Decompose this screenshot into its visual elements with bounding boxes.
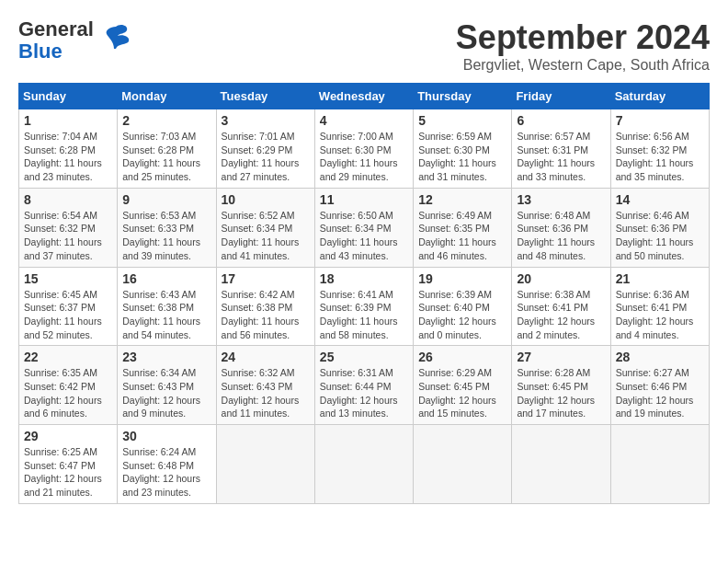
table-row: 26Sunrise: 6:29 AMSunset: 6:45 PMDayligh… [414,346,512,425]
table-row: 6Sunrise: 6:57 AMSunset: 6:31 PMDaylight… [512,109,610,189]
table-row: 10Sunrise: 6:52 AMSunset: 6:34 PMDayligh… [216,188,314,267]
table-row: 29Sunrise: 6:25 AMSunset: 6:47 PMDayligh… [19,425,118,504]
table-row: 17Sunrise: 6:42 AMSunset: 6:38 PMDayligh… [216,267,314,346]
table-row: 19Sunrise: 6:39 AMSunset: 6:40 PMDayligh… [414,267,512,346]
day-info: Sunrise: 6:52 AMSunset: 6:34 PMDaylight:… [222,209,310,263]
day-number: 9 [122,192,210,207]
day-number: 7 [616,113,704,128]
day-number: 4 [320,113,408,128]
day-number: 18 [320,271,408,286]
calendar-week-row: 8Sunrise: 6:54 AMSunset: 6:32 PMDaylight… [19,188,710,267]
month-title: September 2024 [456,18,710,57]
day-info: Sunrise: 6:53 AMSunset: 6:33 PMDaylight:… [122,209,210,263]
day-info: Sunrise: 6:31 AMSunset: 6:44 PMDaylight:… [320,366,408,420]
day-info: Sunrise: 6:36 AMSunset: 6:41 PMDaylight:… [616,288,704,342]
table-row [216,425,314,504]
calendar-week-row: 15Sunrise: 6:45 AMSunset: 6:37 PMDayligh… [19,267,710,346]
day-info: Sunrise: 6:59 AMSunset: 6:30 PMDaylight:… [418,130,506,184]
day-info: Sunrise: 6:35 AMSunset: 6:42 PMDaylight:… [24,366,112,420]
day-info: Sunrise: 6:54 AMSunset: 6:32 PMDaylight:… [24,209,112,263]
day-number: 10 [222,192,310,207]
table-row: 9Sunrise: 6:53 AMSunset: 6:33 PMDaylight… [118,188,216,267]
calendar-table: Sunday Monday Tuesday Wednesday Thursday… [18,83,710,504]
calendar-header-row: Sunday Monday Tuesday Wednesday Thursday… [19,84,710,109]
day-info: Sunrise: 6:34 AMSunset: 6:43 PMDaylight:… [122,366,210,420]
table-row: 11Sunrise: 6:50 AMSunset: 6:34 PMDayligh… [314,188,413,267]
table-row: 20Sunrise: 6:38 AMSunset: 6:41 PMDayligh… [512,267,610,346]
day-info: Sunrise: 6:32 AMSunset: 6:43 PMDaylight:… [222,366,310,420]
day-number: 17 [222,271,310,286]
col-thursday: Thursday [414,84,512,109]
table-row: 25Sunrise: 6:31 AMSunset: 6:44 PMDayligh… [314,346,413,425]
day-info: Sunrise: 6:28 AMSunset: 6:45 PMDaylight:… [517,366,605,420]
table-row: 13Sunrise: 6:48 AMSunset: 6:36 PMDayligh… [512,188,610,267]
table-row: 28Sunrise: 6:27 AMSunset: 6:46 PMDayligh… [610,346,709,425]
table-row: 27Sunrise: 6:28 AMSunset: 6:45 PMDayligh… [512,346,610,425]
day-number: 16 [122,271,210,286]
day-number: 20 [517,271,605,286]
day-info: Sunrise: 6:25 AMSunset: 6:47 PMDaylight:… [24,445,112,500]
day-info: Sunrise: 6:57 AMSunset: 6:31 PMDaylight:… [517,130,605,184]
logo-text-block: General Blue [18,18,94,63]
day-number: 28 [616,350,704,364]
table-row: 30Sunrise: 6:24 AMSunset: 6:48 PMDayligh… [118,425,216,504]
day-number: 25 [320,350,408,364]
day-number: 13 [517,192,605,207]
day-info: Sunrise: 7:00 AMSunset: 6:30 PMDaylight:… [320,130,408,184]
col-sunday: Sunday [19,84,118,109]
day-number: 5 [418,113,506,128]
day-number: 23 [122,350,210,364]
table-row: 18Sunrise: 6:41 AMSunset: 6:39 PMDayligh… [314,267,413,346]
logo-bird-icon [99,21,132,61]
day-info: Sunrise: 6:42 AMSunset: 6:38 PMDaylight:… [222,288,310,342]
table-row: 24Sunrise: 6:32 AMSunset: 6:43 PMDayligh… [216,346,314,425]
day-info: Sunrise: 6:56 AMSunset: 6:32 PMDaylight:… [616,130,704,184]
table-row: 15Sunrise: 6:45 AMSunset: 6:37 PMDayligh… [19,267,118,346]
table-row: 1Sunrise: 7:04 AMSunset: 6:28 PMDaylight… [19,109,118,189]
day-number: 21 [616,271,704,286]
table-row [414,425,512,504]
day-number: 26 [418,350,506,364]
table-row [512,425,610,504]
table-row: 8Sunrise: 6:54 AMSunset: 6:32 PMDaylight… [19,188,118,267]
day-info: Sunrise: 6:43 AMSunset: 6:38 PMDaylight:… [122,288,210,342]
day-number: 12 [418,192,506,207]
day-number: 30 [122,429,210,443]
calendar-week-row: 29Sunrise: 6:25 AMSunset: 6:47 PMDayligh… [19,425,710,504]
calendar-week-row: 22Sunrise: 6:35 AMSunset: 6:42 PMDayligh… [19,346,710,425]
col-friday: Friday [512,84,610,109]
table-row: 4Sunrise: 7:00 AMSunset: 6:30 PMDaylight… [314,109,413,189]
table-row: 21Sunrise: 6:36 AMSunset: 6:41 PMDayligh… [610,267,709,346]
table-row [610,425,709,504]
day-info: Sunrise: 6:27 AMSunset: 6:46 PMDaylight:… [616,366,704,420]
day-info: Sunrise: 6:48 AMSunset: 6:36 PMDaylight:… [517,209,605,263]
table-row: 2Sunrise: 7:03 AMSunset: 6:28 PMDaylight… [118,109,216,189]
day-number: 27 [517,350,605,364]
page-header: General Blue September 2024 Bergvliet, W… [18,18,710,74]
table-row: 22Sunrise: 6:35 AMSunset: 6:42 PMDayligh… [19,346,118,425]
day-number: 1 [24,113,112,128]
day-info: Sunrise: 6:24 AMSunset: 6:48 PMDaylight:… [122,445,210,500]
day-info: Sunrise: 6:45 AMSunset: 6:37 PMDaylight:… [24,288,112,342]
logo-general: General [18,17,94,40]
title-section: September 2024 Bergvliet, Western Cape, … [456,18,710,74]
location-text: Bergvliet, Western Cape, South Africa [456,57,710,74]
table-row: 3Sunrise: 7:01 AMSunset: 6:29 PMDaylight… [216,109,314,189]
table-row: 23Sunrise: 6:34 AMSunset: 6:43 PMDayligh… [118,346,216,425]
col-tuesday: Tuesday [216,84,314,109]
col-saturday: Saturday [610,84,709,109]
col-wednesday: Wednesday [314,84,413,109]
day-info: Sunrise: 6:39 AMSunset: 6:40 PMDaylight:… [418,288,506,342]
day-info: Sunrise: 7:01 AMSunset: 6:29 PMDaylight:… [222,130,310,184]
table-row: 12Sunrise: 6:49 AMSunset: 6:35 PMDayligh… [414,188,512,267]
day-info: Sunrise: 7:03 AMSunset: 6:28 PMDaylight:… [122,130,210,184]
day-number: 2 [122,113,210,128]
logo: General Blue [18,18,132,63]
day-info: Sunrise: 6:41 AMSunset: 6:39 PMDaylight:… [320,288,408,342]
day-info: Sunrise: 6:29 AMSunset: 6:45 PMDaylight:… [418,366,506,420]
table-row: 7Sunrise: 6:56 AMSunset: 6:32 PMDaylight… [610,109,709,189]
table-row: 5Sunrise: 6:59 AMSunset: 6:30 PMDaylight… [414,109,512,189]
day-number: 22 [24,350,112,364]
day-number: 29 [24,429,112,443]
day-number: 11 [320,192,408,207]
